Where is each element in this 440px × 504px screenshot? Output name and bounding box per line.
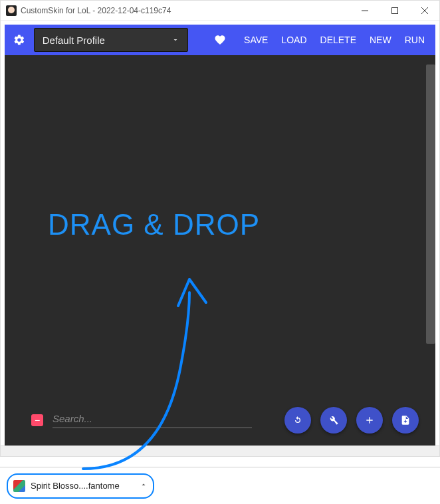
main-view[interactable]: DRAG & DROP − bbox=[5, 55, 435, 452]
refresh-button[interactable] bbox=[284, 407, 311, 434]
titlebar: CustomSkin for LoL - 2022-12-04-c119c74 bbox=[1, 1, 439, 21]
export-button[interactable] bbox=[392, 407, 419, 434]
download-filename: Spirit Blosso....fantome bbox=[31, 481, 120, 491]
search-input[interactable] bbox=[53, 413, 252, 424]
fix-button[interactable] bbox=[320, 407, 347, 434]
scrollbar-horizontal[interactable] bbox=[1, 445, 439, 456]
save-button[interactable]: SAVE bbox=[240, 35, 272, 45]
profile-select[interactable]: Default Profile bbox=[34, 28, 188, 52]
toolbar: Default Profile SAVE LOAD DELETE NEW RUN bbox=[5, 25, 435, 55]
plus-icon bbox=[364, 415, 375, 426]
drag-drop-annotation: DRAG & DROP bbox=[48, 208, 260, 241]
remove-button[interactable]: − bbox=[31, 414, 43, 426]
svg-rect-1 bbox=[391, 7, 397, 13]
close-button[interactable] bbox=[409, 1, 439, 20]
new-button[interactable]: NEW bbox=[366, 35, 395, 45]
run-button[interactable]: RUN bbox=[401, 35, 429, 45]
window-title: CustomSkin for LoL - 2022-12-04-c119c74 bbox=[21, 6, 171, 15]
chevron-up-icon bbox=[140, 481, 148, 491]
delete-button[interactable]: DELETE bbox=[316, 35, 360, 45]
app-icon bbox=[6, 5, 17, 16]
add-button[interactable] bbox=[356, 407, 383, 434]
scrollbar-vertical[interactable] bbox=[426, 64, 435, 344]
wrench-icon bbox=[328, 415, 339, 426]
archive-icon bbox=[13, 480, 25, 492]
settings-button[interactable] bbox=[10, 34, 29, 46]
refresh-icon bbox=[292, 415, 303, 426]
favorite-button[interactable] bbox=[211, 34, 229, 46]
maximize-button[interactable] bbox=[380, 1, 409, 20]
profile-select-label: Default Profile bbox=[43, 35, 105, 46]
chevron-down-icon bbox=[171, 36, 179, 44]
downloads-bar: Spirit Blosso....fantome bbox=[0, 467, 440, 504]
file-icon bbox=[400, 415, 411, 426]
minimize-button[interactable] bbox=[350, 1, 380, 20]
load-button[interactable]: LOAD bbox=[277, 35, 310, 45]
download-chip[interactable]: Spirit Blosso....fantome bbox=[7, 473, 154, 499]
